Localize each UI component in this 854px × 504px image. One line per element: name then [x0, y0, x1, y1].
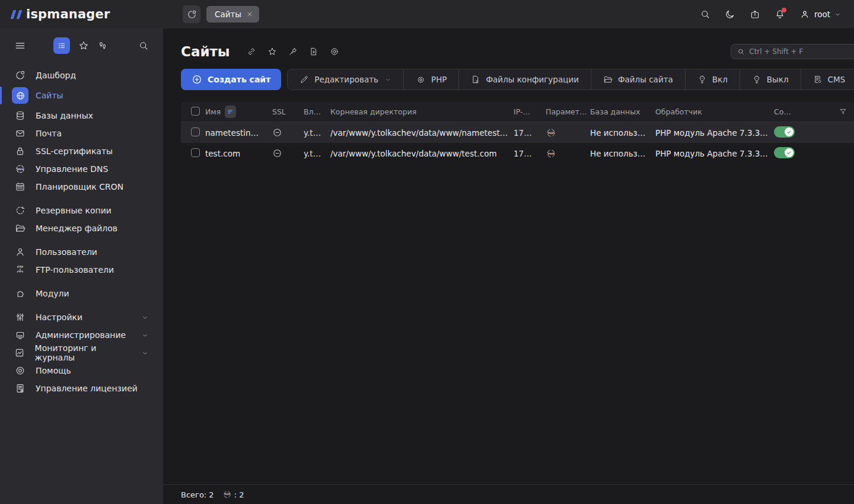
sidebar-item-backups[interactable]: Резервные копии: [0, 202, 163, 219]
tab-label: Сайты: [215, 9, 241, 19]
row-checkbox[interactable]: [191, 148, 200, 157]
sidebar-nav: Дашборд Сайты Базы данных Почта: [0, 63, 163, 397]
sidebar-item-mail[interactable]: Почта: [0, 125, 163, 142]
sidebar-item-dns[interactable]: DNS Управление DNS: [0, 160, 163, 178]
chevron-down-icon[interactable]: [141, 331, 149, 339]
menu-search-button[interactable]: [138, 40, 149, 51]
page-search-input[interactable]: [749, 47, 854, 56]
chevron-down-icon[interactable]: [141, 349, 149, 357]
site-owner: y.t…: [304, 149, 330, 158]
sidebar-item-modules[interactable]: Модули: [0, 285, 163, 302]
ispmanager-logo: ispmanager: [0, 7, 172, 21]
sort-button[interactable]: [225, 106, 236, 118]
logo-slash-icon: [11, 10, 17, 19]
table-footer: Всего: 2 PHP : 2: [163, 484, 854, 504]
pin-icon: [288, 47, 298, 56]
page-search[interactable]: [731, 44, 854, 59]
topbar: ispmanager Сайты: [0, 0, 854, 28]
global-search-button[interactable]: [700, 9, 710, 20]
site-database: Не использ…: [590, 128, 655, 138]
sidebar-item-ftp-users[interactable]: FTP FTP-пользователи: [0, 261, 163, 279]
svg-text:PHP: PHP: [548, 152, 555, 155]
pin-page-button[interactable]: [288, 47, 298, 56]
toggle-check-icon: [785, 148, 794, 157]
star-icon: [267, 47, 277, 56]
license-doc-icon: [14, 383, 26, 394]
plus-circle-icon: [192, 74, 202, 85]
site-root-dir: /var/www/y.tolkachev/data/www/test.com: [330, 149, 514, 158]
sliders-icon: [14, 312, 26, 323]
pie-chart-icon: [187, 9, 197, 20]
lock-icon: [14, 146, 26, 157]
page-help-button[interactable]: [330, 47, 339, 56]
sidebar-item-ssl[interactable]: SSL-сертификаты: [0, 142, 163, 160]
box-arrow-up-icon: [750, 9, 760, 20]
site-name: test.com: [205, 149, 272, 158]
sidebar-item-users[interactable]: Пользователи: [0, 243, 163, 261]
favorites-button[interactable]: [78, 40, 89, 51]
sidebar-item-cron[interactable]: Планировщик CRON: [0, 178, 163, 196]
table-row[interactable]: test.com y.t… /var/www/y.tolkachev/data/…: [181, 143, 854, 164]
ssl-none-icon: [272, 127, 282, 138]
site-enabled-toggle[interactable]: [774, 147, 795, 158]
svg-text:PHP: PHP: [548, 131, 555, 134]
svg-text:DNS: DNS: [17, 168, 24, 171]
site-files-button[interactable]: Файлы сайта: [591, 69, 686, 90]
lifebuoy-icon: [14, 365, 26, 376]
tab-sites[interactable]: Сайты: [206, 6, 259, 23]
sidebar-item-settings[interactable]: Настройки: [0, 308, 163, 326]
create-site-button[interactable]: Создать сайт: [181, 69, 281, 90]
chevron-down-icon[interactable]: [141, 314, 149, 321]
export-button[interactable]: [309, 47, 318, 56]
sidebar-header: [0, 28, 163, 63]
pie-chart-icon: [14, 70, 26, 81]
lifebuoy-icon: [330, 47, 339, 56]
toggle-check-icon: [785, 127, 794, 136]
sidebar-item-license[interactable]: Управление лицензией: [0, 379, 163, 397]
notifications-button[interactable]: [775, 9, 785, 20]
sidebar-item-dashboard[interactable]: Дашборд: [0, 66, 163, 84]
site-enabled-toggle[interactable]: [774, 126, 795, 138]
monitor-icon: [14, 330, 26, 340]
select-all-checkbox[interactable]: [191, 107, 200, 116]
quick-steps-button[interactable]: [97, 40, 108, 51]
favorite-page-button[interactable]: [267, 47, 277, 56]
moon-icon: [725, 9, 735, 20]
doc-gear-icon: [813, 75, 823, 84]
tab-close-icon[interactable]: [246, 11, 253, 18]
config-files-button[interactable]: Файлы конфигурации: [459, 69, 591, 90]
edit-button[interactable]: Редактировать: [288, 69, 404, 90]
hamburger-icon: [14, 40, 26, 52]
site-root-dir: /var/www/y.tolkachev/data/www/nametest…: [330, 128, 514, 138]
sidebar-item-monitoring[interactable]: Мониторинг и журналы: [0, 344, 163, 362]
import-button[interactable]: [750, 9, 760, 20]
dashboard-tab-button[interactable]: [183, 5, 200, 23]
calendar-icon: [14, 181, 26, 192]
bulb-icon: [697, 75, 707, 84]
copy-link-button[interactable]: [247, 47, 256, 56]
globe-icon: [12, 87, 28, 104]
php-button[interactable]: PHP: [404, 69, 459, 90]
enable-button[interactable]: Вкл: [686, 69, 740, 90]
site-handler: PHP модуль Apache 7.3.3…: [655, 149, 774, 158]
sidebar-item-help[interactable]: Помощь: [0, 362, 163, 379]
sidebar-item-file-manager[interactable]: Менеджер файлов: [0, 219, 163, 237]
theme-toggle-button[interactable]: [725, 9, 735, 20]
total-count: Всего: 2: [181, 490, 214, 499]
puzzle-icon: [14, 288, 26, 299]
sidebar-item-databases[interactable]: Базы данных: [0, 107, 163, 125]
user-menu[interactable]: root: [799, 9, 841, 20]
cms-button[interactable]: CMS: [801, 69, 854, 90]
sidebar-collapse-button[interactable]: [14, 40, 26, 52]
chevron-down-icon: [385, 76, 391, 83]
menu-view-button[interactable]: [53, 37, 70, 54]
php-badge-icon: PHP: [546, 127, 556, 138]
sidebar-item-sites[interactable]: Сайты: [0, 84, 163, 107]
sidebar-item-administration[interactable]: Администрирование: [0, 326, 163, 344]
file-gear-icon: [471, 75, 480, 84]
disable-button[interactable]: Выкл: [740, 69, 801, 90]
table-row[interactable]: nametestin… y.t… /var/www/y.tolkachev/da…: [181, 122, 854, 143]
filter-icon[interactable]: [839, 107, 847, 116]
mail-icon: [14, 128, 26, 139]
row-checkbox[interactable]: [191, 127, 200, 136]
